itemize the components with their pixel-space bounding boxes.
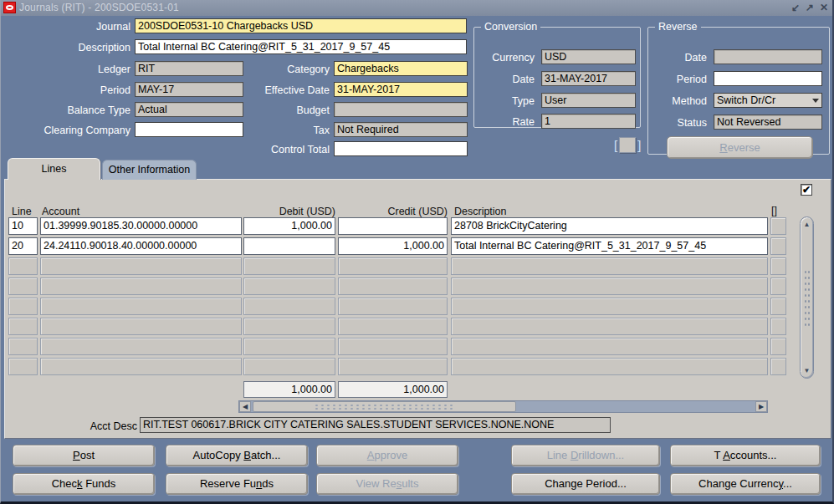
journal-flexfield-indicator[interactable]: [ ] xyxy=(614,137,641,153)
cell-credit[interactable] xyxy=(338,358,448,375)
reserve-funds-button[interactable]: Reserve Funds xyxy=(166,473,308,495)
post-button[interactable]: Post xyxy=(13,445,155,466)
cell-debit[interactable] xyxy=(243,277,335,295)
reverse-status-label: Status xyxy=(648,115,707,130)
close-icon[interactable]: ✕ xyxy=(820,1,828,15)
vertical-scrollbar[interactable]: ▲ ▼ xyxy=(800,216,814,379)
change-currency-button[interactable]: Change Currency... xyxy=(670,473,821,495)
reverse-group: Reverse Date Period Method Switch Dr/Cr … xyxy=(647,21,830,155)
cell-description[interactable] xyxy=(451,338,768,355)
change-period-button[interactable]: Change Period... xyxy=(511,473,660,495)
cell-line[interactable] xyxy=(8,277,38,295)
cell-line[interactable] xyxy=(8,358,38,375)
scrollbar-thumb[interactable] xyxy=(804,269,811,328)
hscrollbar-thumb[interactable] xyxy=(253,401,516,412)
cell-line[interactable]: 20 xyxy=(8,237,38,255)
table-row xyxy=(8,317,788,337)
cell-debit[interactable] xyxy=(243,237,335,255)
cell-debit[interactable] xyxy=(243,358,335,375)
reverse-button[interactable]: Reverse xyxy=(667,136,813,159)
budget-field xyxy=(334,102,468,117)
scroll-left-icon[interactable]: ◀ xyxy=(239,401,251,412)
conversion-date-label: Date xyxy=(474,72,535,87)
cell-account[interactable] xyxy=(40,318,242,335)
t-accounts-button[interactable]: T Accounts... xyxy=(670,445,821,466)
cell-credit[interactable] xyxy=(338,257,448,275)
cell-description[interactable] xyxy=(451,298,768,315)
cell-debit[interactable]: 1,000.00 xyxy=(243,217,335,235)
restore-icon[interactable]: ↗ xyxy=(806,1,814,15)
reverse-period-field[interactable] xyxy=(714,71,822,86)
flexfield-box[interactable] xyxy=(619,137,636,153)
cell-credit[interactable] xyxy=(338,298,448,315)
cell-debit[interactable] xyxy=(243,318,335,335)
view-results-button[interactable]: View Results xyxy=(316,473,458,495)
cell-flexfield[interactable] xyxy=(770,338,786,355)
cell-debit[interactable] xyxy=(243,338,335,355)
description-field[interactable]: Total Internal BC Catering@RIT_5_31_2017… xyxy=(135,39,467,54)
cell-account[interactable]: 01.39999.90185.30.00000.00000 xyxy=(40,217,242,235)
journal-label: Journal xyxy=(5,19,130,34)
rate-label: Rate xyxy=(474,115,535,130)
horizontal-scrollbar[interactable]: ◀ ▶ xyxy=(238,400,768,413)
period-label: Period xyxy=(5,83,130,98)
cell-flexfield[interactable] xyxy=(770,298,786,315)
cell-account[interactable] xyxy=(40,338,242,355)
reverse-legend: Reverse xyxy=(655,21,701,33)
cell-line[interactable] xyxy=(8,298,38,315)
effective-date-field[interactable]: 31-MAY-2017 xyxy=(334,82,468,97)
category-label: Category xyxy=(235,62,330,77)
scroll-up-icon[interactable]: ▲ xyxy=(801,221,813,228)
cell-flexfield[interactable] xyxy=(770,358,786,375)
tab-lines[interactable]: Lines xyxy=(8,158,100,180)
check-funds-button[interactable]: Check Funds xyxy=(13,473,155,495)
category-field[interactable]: Chargebacks xyxy=(334,61,468,76)
autocopy-batch-button[interactable]: AutoCopy Batch... xyxy=(166,445,308,466)
cell-credit[interactable]: 1,000.00 xyxy=(338,237,448,255)
cell-account[interactable] xyxy=(40,298,242,315)
cell-line[interactable]: 10 xyxy=(8,217,38,235)
cell-credit[interactable] xyxy=(338,277,448,295)
scroll-down-icon[interactable]: ▼ xyxy=(801,367,813,374)
cell-line[interactable] xyxy=(8,318,38,335)
balance-type-field: Actual xyxy=(135,102,243,117)
tab-other-information[interactable]: Other Information xyxy=(102,160,197,180)
cell-description[interactable] xyxy=(451,358,768,375)
cell-description[interactable] xyxy=(451,318,768,335)
cell-description[interactable] xyxy=(451,277,768,295)
cell-description[interactable] xyxy=(451,257,768,275)
reverse-method-value: Switch Dr/Cr xyxy=(717,94,775,106)
cell-line[interactable] xyxy=(8,257,38,275)
cell-flexfield[interactable] xyxy=(770,257,786,275)
approve-button[interactable]: Approve xyxy=(316,445,458,466)
table-row xyxy=(8,277,788,297)
minimize-icon[interactable]: ↙ xyxy=(791,1,800,15)
cell-account[interactable] xyxy=(40,277,242,295)
journal-field[interactable]: 200SDOE0531-10 Chargebacks USD xyxy=(135,18,467,33)
cell-account[interactable] xyxy=(40,358,242,375)
cell-description[interactable]: Total Internal BC Catering@RIT_5_31_2017… xyxy=(451,237,768,255)
cell-flexfield[interactable] xyxy=(770,217,786,235)
cell-debit[interactable] xyxy=(243,298,335,315)
cell-credit[interactable] xyxy=(338,217,448,235)
scroll-right-icon[interactable]: ▶ xyxy=(755,401,767,412)
cell-credit[interactable] xyxy=(338,318,448,335)
clearing-company-field[interactable] xyxy=(135,122,243,137)
line-drilldown-button[interactable]: Line Drilldown... xyxy=(511,445,660,466)
cell-flexfield[interactable] xyxy=(770,237,786,255)
cell-account[interactable] xyxy=(40,257,242,275)
cell-line[interactable] xyxy=(8,338,38,355)
cell-description[interactable]: 28708 BrickCityCatering xyxy=(451,217,768,235)
cell-debit[interactable] xyxy=(243,257,335,275)
reverse-period-label: Period xyxy=(648,72,707,87)
lines-checkbox[interactable] xyxy=(801,184,812,196)
cell-flexfield[interactable] xyxy=(770,318,786,335)
control-total-field[interactable] xyxy=(334,141,468,156)
cell-credit[interactable] xyxy=(338,338,448,355)
lines-panel: Line Account Debit (USD) Credit (USD) De… xyxy=(4,179,831,439)
lines-grid: 10 01.39999.90185.30.00000.00000 1,000.0… xyxy=(8,216,788,377)
reverse-method-select[interactable]: Switch Dr/Cr xyxy=(714,93,822,108)
cell-flexfield[interactable] xyxy=(770,277,786,295)
debit-total: 1,000.00 xyxy=(243,381,335,398)
cell-account[interactable]: 24.24110.90018.40.00000.00000 xyxy=(40,237,242,255)
